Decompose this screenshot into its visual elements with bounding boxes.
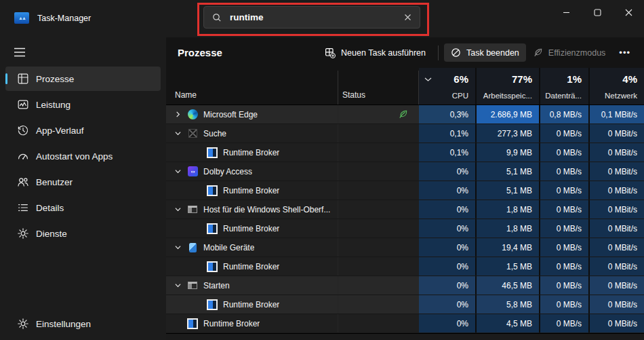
sidebar-item-leistung[interactable]: Leistung: [5, 92, 161, 117]
column-total-percent: 4%: [622, 73, 637, 85]
table-row[interactable]: Runtime Broker0%1,5 MB0 MB/s0 MBit/s: [166, 257, 644, 276]
column-header-netzwerk[interactable]: 4%Netzwerk: [590, 68, 644, 105]
process-status-cell: [338, 181, 419, 200]
mobile-devices-icon: [187, 243, 198, 252]
sidebar-item-dienste[interactable]: Dienste: [5, 221, 161, 246]
chevron-down-icon[interactable]: [175, 130, 187, 136]
chevron-down-icon[interactable]: [175, 282, 187, 288]
process-name-cell: Runtime Broker: [166, 295, 338, 314]
table-row[interactable]: Mobile Geräte0%19,4 MB0 MB/s0 MBit/s: [166, 238, 644, 257]
hamburger-icon[interactable]: [10, 44, 29, 60]
processes-icon: [17, 73, 29, 85]
cpu-value-cell: 0%: [419, 200, 475, 219]
memory-value-cell: 4,5 MB: [477, 314, 539, 333]
chevron-down-icon[interactable]: [175, 206, 187, 212]
chevron-down-icon[interactable]: [175, 244, 187, 250]
process-name: Suche: [203, 129, 226, 138]
runtime-broker-icon: [207, 147, 218, 158]
sidebar-item-autostart-von-apps[interactable]: Autostart von Apps: [5, 144, 161, 168]
sidebar-item-details[interactable]: Details: [5, 195, 161, 220]
process-name: Host für die Windows Shell-Oberf...: [203, 205, 330, 214]
sidebar-item-prozesse[interactable]: Prozesse: [5, 67, 161, 91]
process-name-cell: Runtime Broker: [166, 257, 338, 276]
process-name: Runtime Broker: [223, 186, 279, 195]
usage-cells: 0,3%2.686,9 MB0,8 MB/s0,1 MBit/s: [419, 105, 644, 124]
task-manager-icon: [14, 12, 29, 24]
chevron-down-icon[interactable]: [175, 168, 187, 174]
sidebar-item-einstellungen[interactable]: Einstellungen: [5, 311, 161, 336]
table-row[interactable]: Runtime Broker0,1%9,9 MB0 MB/s0 MBit/s: [166, 143, 644, 162]
startup-window-icon: [187, 282, 198, 289]
neuen-task-ausf-hren-button[interactable]: Neuen Task ausführen: [318, 43, 432, 62]
column-header-cpu[interactable]: 6%CPU: [419, 68, 475, 105]
column-header-arbeitsspeic-[interactable]: 77%Arbeitsspeic...: [477, 68, 539, 105]
column-header-name[interactable]: Name: [175, 90, 197, 100]
memory-value-cell: 1,8 MB: [477, 219, 539, 238]
network-value-cell: 0 MBit/s: [590, 143, 644, 162]
disk-value-cell: 0 MB/s: [540, 181, 588, 200]
cpu-value-cell: 0,1%: [419, 143, 475, 162]
usage-cells: 0,1%9,9 MB0 MB/s0 MBit/s: [419, 143, 644, 162]
task-beenden-button[interactable]: Task beenden: [444, 43, 526, 62]
usage-cells: 0,1%277,3 MB0 MB/s0 MBit/s: [419, 124, 644, 143]
usage-cells: 0%1,5 MB0 MB/s0 MBit/s: [419, 257, 644, 276]
minimize-icon[interactable]: [550, 0, 582, 24]
column-header-status[interactable]: Status: [342, 90, 365, 100]
table-row[interactable]: Runtime Broker0%5,1 MB0 MB/s0 MBit/s: [166, 181, 644, 200]
close-icon[interactable]: [613, 0, 644, 24]
settings-icon: [17, 318, 29, 330]
table-row[interactable]: Host für die Windows Shell-Oberf...0%1,8…: [166, 200, 644, 219]
process-table: Microsoft Edge0,3%2.686,9 MB0,8 MB/s0,1 …: [166, 105, 644, 333]
usage-cells: 0%5,8 MB0 MB/s0 MBit/s: [419, 295, 644, 314]
window-title: Task-Manager: [37, 14, 91, 23]
table-row[interactable]: Starten0%46,5 MB0 MB/s0 MBit/s: [166, 276, 644, 295]
column-header-datentr-[interactable]: 1%Datenträ...: [540, 68, 588, 105]
column-total-percent: 6%: [454, 73, 468, 85]
process-status-cell: [338, 105, 419, 124]
memory-value-cell: 46,5 MB: [477, 276, 539, 295]
cpu-value-cell: 0%: [419, 276, 475, 295]
chevron-right-icon[interactable]: [175, 111, 187, 117]
sidebar-item-label: Autostart von Apps: [36, 151, 113, 162]
sidebar-item-benutzer[interactable]: Benutzer: [5, 170, 161, 194]
table-row[interactable]: Runtime Broker0%5,8 MB0 MB/s0 MBit/s: [166, 295, 644, 314]
process-name: Mobile Geräte: [203, 243, 254, 252]
network-value-cell: 0 MBit/s: [590, 200, 644, 219]
main-panel: Prozesse Neuen Task ausführenTask beende…: [166, 37, 644, 340]
button-label: Neuen Task ausführen: [341, 48, 426, 58]
toolbar-divider: [438, 45, 439, 60]
process-status-cell: [338, 143, 419, 162]
table-row[interactable]: Suche0,1%277,3 MB0 MB/s0 MBit/s: [166, 124, 644, 143]
network-value-cell: 0,1 MBit/s: [590, 105, 644, 124]
network-value-cell: 0 MBit/s: [590, 219, 644, 238]
network-value-cell: 0 MBit/s: [590, 162, 644, 181]
services-icon: [17, 227, 29, 240]
usage-cells: 0%4,5 MB0 MB/s0 MBit/s: [419, 314, 644, 333]
table-row[interactable]: Runtime Broker0%1,8 MB0 MB/s0 MBit/s: [166, 219, 644, 238]
sidebar-item-app-verlauf[interactable]: App-Verlauf: [5, 118, 161, 143]
clear-search-icon[interactable]: [404, 14, 411, 21]
more-options-button[interactable]: •••: [612, 45, 637, 60]
table-row[interactable]: Dolby Access0%5,1 MB0 MB/s0 MBit/s: [166, 162, 644, 181]
disk-value-cell: 0 MB/s: [540, 295, 588, 314]
process-name-cell: Host für die Windows Shell-Oberf...: [166, 200, 338, 219]
column-divider: [338, 71, 338, 105]
search-box[interactable]: [203, 6, 420, 29]
table-row[interactable]: Microsoft Edge0,3%2.686,9 MB0,8 MB/s0,1 …: [166, 105, 644, 124]
memory-value-cell: 2.686,9 MB: [477, 105, 539, 124]
network-value-cell: 0 MBit/s: [590, 238, 644, 257]
memory-value-cell: 9,9 MB: [477, 143, 539, 162]
process-status-cell: [338, 276, 419, 295]
maximize-icon[interactable]: [582, 0, 613, 24]
process-status-cell: [338, 295, 419, 314]
runtime-broker-icon: [207, 185, 218, 196]
column-total-percent: 1%: [567, 73, 582, 85]
cpu-value-cell: 0%: [419, 181, 475, 200]
search-icon: [212, 13, 222, 22]
table-row[interactable]: Runtime Broker0%4,5 MB0 MB/s0 MBit/s: [166, 314, 644, 333]
search-input[interactable]: [228, 12, 404, 23]
cpu-value-cell: 0%: [419, 314, 475, 333]
sidebar-item-label: Prozesse: [36, 74, 74, 84]
process-name-cell: Suche: [166, 124, 338, 143]
usage-cells: 0%46,5 MB0 MB/s0 MBit/s: [419, 276, 644, 295]
